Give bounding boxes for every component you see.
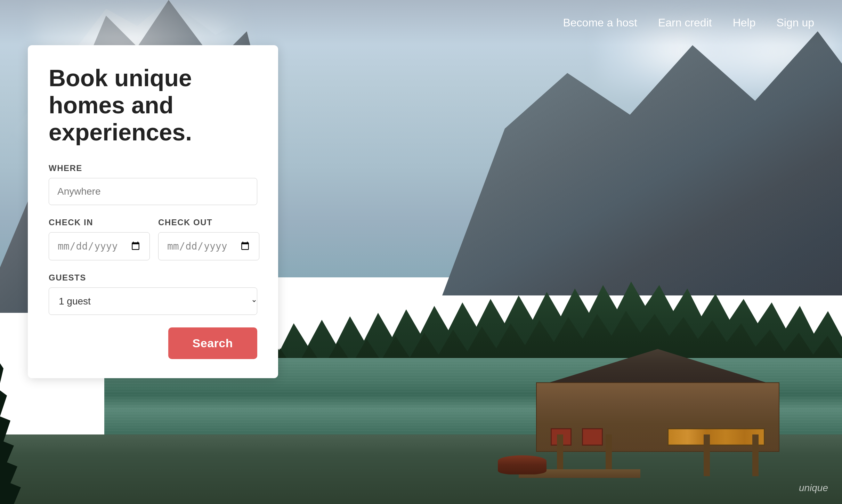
guests-select[interactable]: 1 guest 2 guests 3 guests 4 guests 5 gue…	[49, 287, 257, 315]
become-host-link[interactable]: Become a host	[563, 16, 637, 29]
boathouse-body	[536, 382, 779, 452]
earn-credit-link[interactable]: Earn credit	[658, 16, 712, 29]
search-btn-row: Search	[49, 327, 257, 359]
guests-group: GUESTS 1 guest 2 guests 3 guests 4 guest…	[49, 273, 257, 315]
watermark-text: unique	[799, 482, 828, 494]
checkout-group: CHECK OUT	[158, 218, 259, 260]
search-card: Book unique homes and experiences. WHERE…	[28, 45, 278, 378]
card-title: Book unique homes and experiences.	[49, 64, 257, 146]
boathouse-pillar-3	[704, 434, 710, 476]
where-input[interactable]	[49, 178, 257, 205]
where-label: WHERE	[49, 163, 257, 173]
date-row: CHECK IN CHECK OUT	[49, 218, 257, 260]
boathouse	[536, 344, 779, 476]
guests-label: GUESTS	[49, 273, 257, 283]
checkin-label: CHECK IN	[49, 218, 150, 227]
help-link[interactable]: Help	[733, 16, 756, 29]
boathouse-window-2	[582, 428, 603, 446]
navbar: Become a host Earn credit Help Sign up	[0, 0, 842, 45]
checkin-group: CHECK IN	[49, 218, 150, 260]
checkout-label: CHECK OUT	[158, 218, 259, 227]
boathouse-windows-right	[667, 428, 765, 446]
checkout-input[interactable]	[158, 232, 259, 260]
boat	[498, 455, 547, 474]
search-button[interactable]: Search	[168, 327, 257, 359]
sign-up-link[interactable]: Sign up	[776, 16, 814, 29]
where-group: WHERE	[49, 163, 257, 205]
nav-links: Become a host Earn credit Help Sign up	[563, 16, 814, 29]
checkin-input[interactable]	[49, 232, 150, 260]
boathouse-pillar-4	[752, 434, 759, 476]
